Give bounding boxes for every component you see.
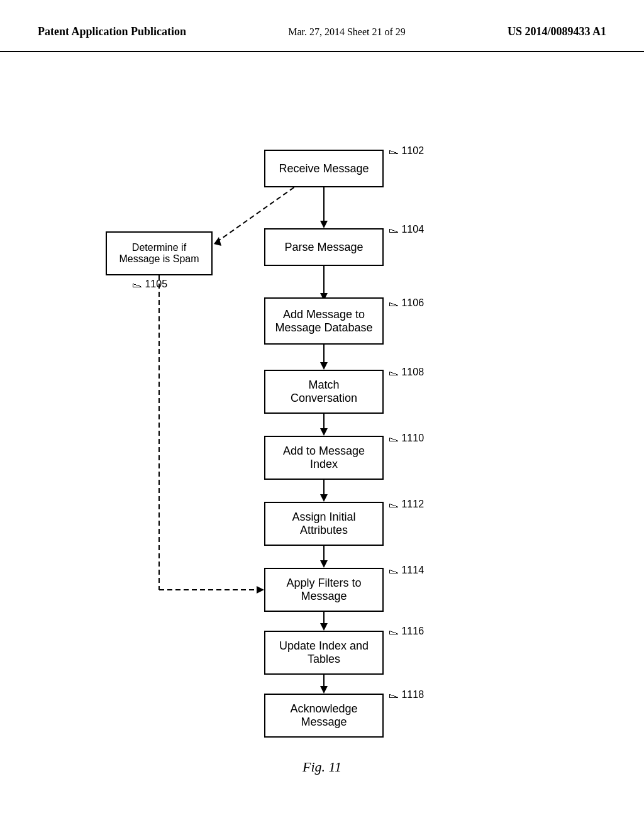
- figure-caption: Fig. 11: [0, 759, 644, 775]
- box-parse-message: Parse Message: [264, 228, 384, 266]
- ref-1108: ⌳ 1108: [389, 367, 424, 378]
- box-add-message-db: Add Message to Message Database: [264, 297, 384, 345]
- ref-1102: ⌳ 1102: [389, 145, 424, 157]
- svg-marker-5: [320, 362, 328, 370]
- diagram-area: ⌳ 1102 Receive Message ⌳ 1104 Parse Mess…: [0, 52, 644, 794]
- svg-marker-1: [320, 221, 328, 228]
- box-match-conversation: Match Conversation: [264, 370, 384, 414]
- box-apply-filters: Apply Filters to Message: [264, 568, 384, 612]
- publication-title: Patent Application Publication: [38, 25, 186, 38]
- ref-1110: ⌳ 1110: [389, 433, 424, 444]
- box-acknowledge-message: Acknowledge Message: [264, 694, 384, 738]
- svg-marker-11: [320, 560, 328, 568]
- ref-1116: ⌳ 1116: [389, 626, 424, 637]
- box-receive-message: Receive Message: [264, 150, 384, 187]
- box-add-to-message-index: Add to Message Index: [264, 436, 384, 480]
- ref-1112: ⌳ 1112: [389, 499, 424, 510]
- svg-marker-17: [214, 237, 221, 246]
- ref-1106: ⌳ 1106: [389, 297, 424, 309]
- ref-1104: ⌳ 1104: [389, 224, 424, 235]
- ref-1105: ⌳ 1105: [132, 279, 167, 290]
- publication-number: US 2014/0089433 A1: [508, 25, 606, 38]
- box-determine-spam: Determine if Message is Spam: [106, 231, 213, 275]
- svg-marker-20: [257, 586, 264, 594]
- svg-marker-9: [320, 494, 328, 502]
- ref-1118: ⌳ 1118: [389, 689, 424, 700]
- publication-date-sheet: Mar. 27, 2014 Sheet 21 of 29: [288, 26, 406, 38]
- svg-marker-7: [320, 428, 328, 436]
- svg-marker-15: [320, 686, 328, 694]
- box-update-index-tables: Update Index and Tables: [264, 631, 384, 675]
- svg-marker-13: [320, 623, 328, 631]
- page-header: Patent Application Publication Mar. 27, …: [0, 0, 644, 52]
- box-assign-initial-attributes: Assign Initial Attributes: [264, 502, 384, 546]
- ref-1114: ⌳ 1114: [389, 565, 424, 576]
